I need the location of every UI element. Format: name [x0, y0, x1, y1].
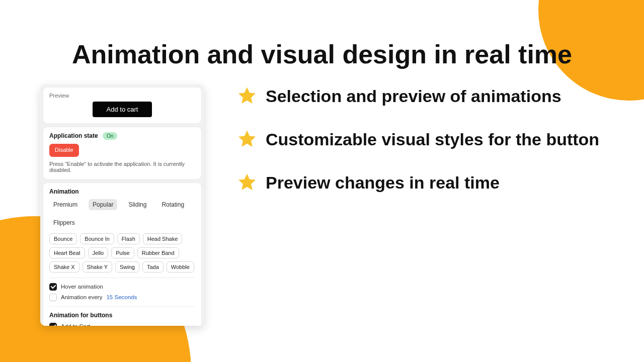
animation-tabs: PremiumPopularSlidingRotatingFlippers — [49, 199, 195, 228]
appstate-description: Press "Enable" to activate the applicati… — [49, 161, 195, 173]
tab-premium[interactable]: Premium — [49, 199, 82, 210]
button-target-row: Add to Cart — [49, 323, 195, 326]
animation-option[interactable]: Bounce — [49, 233, 77, 244]
tab-sliding[interactable]: Sliding — [124, 199, 150, 210]
divider — [49, 306, 195, 307]
add-to-cart-button[interactable]: Add to cart — [93, 102, 152, 117]
bullet-item: Customizable visual styles for the butto… — [236, 129, 599, 150]
bullet-text: Preview changes in real time — [266, 173, 500, 193]
animation-option[interactable]: Heart Beat — [49, 247, 85, 258]
animation-option[interactable]: Head Shake — [143, 233, 183, 244]
animation-option[interactable]: Rubber Band — [137, 247, 179, 258]
animation-option[interactable]: Pulse — [111, 247, 134, 258]
hover-animation-row: Hover animation — [49, 283, 195, 291]
animation-for-buttons-title: Animation for buttons — [49, 312, 195, 319]
animation-options: BounceBounce InFlashHead ShakeHeart Beat… — [49, 233, 195, 273]
animation-option[interactable]: Swing — [115, 261, 139, 273]
feature-bullets: Selection and preview of animations Cust… — [236, 85, 599, 215]
animation-option[interactable]: Flash — [117, 233, 140, 244]
star-icon — [236, 85, 258, 107]
animation-option[interactable]: Tada — [142, 261, 164, 273]
animation-interval-row: Animation every 15 Seconds — [49, 294, 195, 301]
animation-option[interactable]: Jello — [88, 247, 109, 258]
hover-animation-label: Hover animation — [61, 284, 103, 290]
animation-option[interactable]: Shake X — [49, 261, 79, 273]
tab-rotating[interactable]: Rotating — [157, 199, 188, 210]
hover-animation-checkbox[interactable] — [49, 283, 57, 291]
appstate-badge: On — [103, 132, 117, 140]
animation-interval-value[interactable]: 15 Seconds — [106, 294, 137, 300]
tab-popular[interactable]: Popular — [89, 199, 117, 210]
animation-title: Animation — [49, 188, 195, 195]
page-title: Animation and visual design in real time — [0, 39, 644, 69]
preview-label: Preview — [49, 93, 195, 99]
appstate-title: Application state On — [49, 132, 195, 140]
button-target-label: Add to Cart — [61, 323, 90, 326]
star-icon — [236, 172, 258, 193]
settings-panel: Preview Add to cart Application state On… — [40, 84, 204, 326]
bullet-item: Selection and preview of animations — [236, 85, 599, 107]
preview-card: Preview Add to cart — [43, 87, 201, 123]
animation-for-buttons-list: Add to CartBuy Now — [49, 323, 195, 326]
bullet-item: Preview changes in real time — [236, 172, 599, 193]
animation-option[interactable]: Wobble — [167, 261, 194, 273]
star-icon — [236, 129, 258, 150]
bullet-text: Selection and preview of animations — [266, 86, 561, 106]
divider — [49, 278, 195, 278]
appstate-card: Application state On Disable Press "Enab… — [43, 127, 201, 179]
tab-flippers[interactable]: Flippers — [49, 217, 79, 228]
appstate-title-text: Application state — [49, 132, 98, 139]
animation-option[interactable]: Shake Y — [83, 261, 112, 273]
animation-option[interactable]: Bounce In — [80, 233, 114, 244]
button-target-checkbox[interactable] — [49, 323, 57, 326]
bullet-text: Customizable visual styles for the butto… — [266, 130, 599, 149]
animation-interval-label: Animation every — [61, 294, 102, 300]
disable-button[interactable]: Disable — [49, 144, 79, 156]
animation-interval-checkbox[interactable] — [49, 294, 57, 301]
animation-card: Animation PremiumPopularSlidingRotatingF… — [43, 183, 201, 326]
